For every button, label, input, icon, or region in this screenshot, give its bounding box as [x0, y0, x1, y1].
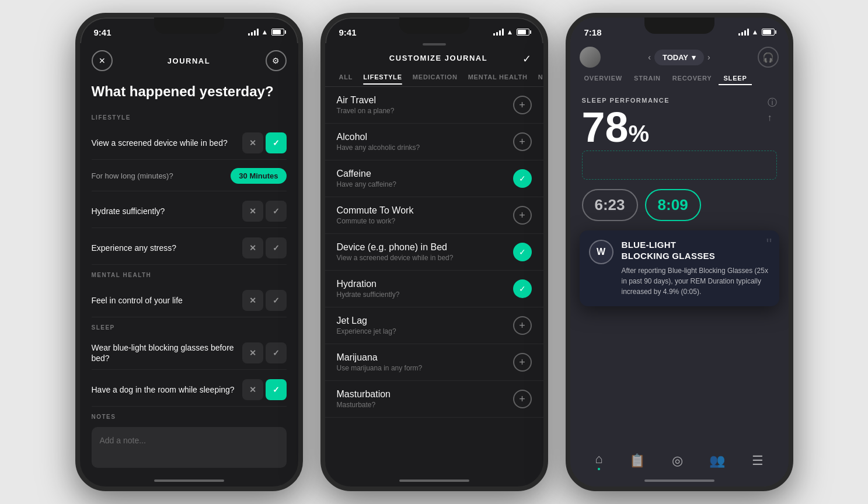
item-text-control: Feel in control of your life	[92, 295, 242, 306]
toggle-no-stress[interactable]: ✕	[242, 237, 263, 258]
toggle-no-button[interactable]: ✕	[242, 132, 263, 153]
list-item-masturbation: Masturbation Masturbate? +	[325, 381, 543, 418]
journal-header: ✕ JOURNAL ⚙	[80, 43, 298, 78]
toggle-yes-glasses[interactable]: ✓	[266, 342, 287, 363]
chevron-down-icon: ▾	[692, 53, 696, 62]
close-button[interactable]: ✕	[92, 50, 113, 71]
sleep-perf-title: SLEEP PERFORMANCE	[582, 97, 670, 104]
sleep-right-icons: ⓘ ↑	[768, 97, 777, 123]
sleep-score: 78%	[582, 106, 670, 148]
info-icon[interactable]: ⓘ	[768, 97, 777, 109]
nav-coach[interactable]: 👥	[709, 453, 725, 468]
section-sleep: SLEEP	[92, 324, 287, 331]
toggle-yes-control[interactable]: ✓	[266, 290, 287, 311]
wifi-icon-2: ▲	[507, 28, 514, 36]
toggle-yes-hydrate[interactable]: ✓	[266, 201, 287, 222]
toggle-no-glasses[interactable]: ✕	[242, 342, 263, 363]
sleep-tabs: OVERVIEW STRAIN RECOVERY SLEEP	[570, 72, 789, 85]
add-air-travel-button[interactable]: +	[513, 96, 532, 114]
nav-camera[interactable]: ◎	[672, 453, 683, 468]
nav-home[interactable]: ⌂	[595, 452, 602, 470]
home-icon: ⌂	[595, 452, 602, 467]
battery-icon-3	[762, 29, 775, 36]
add-jetlag-button[interactable]: +	[513, 316, 532, 335]
item-desc-jetlag: Experience jet lag?	[337, 327, 396, 335]
toggle-yes-stress[interactable]: ✓	[266, 237, 287, 258]
tab-strain[interactable]: STRAIN	[629, 72, 665, 85]
section-lifestyle: LIFESTYLE	[92, 114, 287, 121]
signal-icon-2	[493, 29, 504, 36]
item-text-dog: Have a dog in the room while sleeping?	[92, 384, 242, 395]
tab-lifestyle[interactable]: LIFESTYLE	[358, 70, 406, 84]
tab-nu[interactable]: NU	[534, 70, 543, 84]
list-item-alcohol: Alcohol Have any alcoholic drinks? +	[325, 124, 543, 160]
prev-arrow[interactable]: ‹	[648, 52, 651, 62]
nav-menu[interactable]: ☰	[752, 453, 764, 468]
list-item-jetlag: Jet Lag Experience jet lag? +	[325, 307, 543, 344]
status-time-1: 9:41	[94, 27, 111, 37]
headphone-button[interactable]: 🎧	[758, 47, 779, 68]
home-indicator-3	[644, 480, 714, 482]
list-item-caffeine: Caffeine Have any caffeine? ✓	[325, 160, 543, 197]
item-desc-alcohol: Have any alcoholic drinks?	[337, 144, 420, 152]
phone-journal: 9:41 ▲ ✕ JOURNAL ⚙ What happened yesterd…	[75, 13, 303, 491]
duration-label: For how long (minutes)?	[92, 172, 173, 180]
item-name-masturbation: Masturbation	[337, 389, 391, 400]
item-desc-masturbation: Masturbate?	[337, 401, 391, 409]
tab-recovery[interactable]: RECOVERY	[668, 72, 717, 85]
list-item-device: Device (e.g. phone) in Bed View a screen…	[325, 234, 543, 271]
add-alcohol-button[interactable]: +	[513, 132, 532, 151]
journal-item-hydrate: Hydrate sufficiently? ✕ ✓	[92, 195, 287, 228]
status-bar-1: 9:41 ▲	[80, 18, 298, 43]
added-caffeine-button[interactable]: ✓	[513, 169, 532, 188]
next-arrow[interactable]: ›	[707, 52, 710, 62]
tab-all[interactable]: ALL	[334, 70, 358, 84]
sleep-perf-header: SLEEP PERFORMANCE 78% ⓘ ↑	[582, 97, 777, 150]
sleep-left: SLEEP PERFORMANCE 78%	[582, 97, 670, 150]
tab-sleep[interactable]: SLEEP	[719, 72, 751, 85]
duration-value[interactable]: 30 Minutes	[231, 168, 286, 184]
toggle-no-hydrate[interactable]: ✕	[242, 201, 263, 222]
sleep-content: SLEEP PERFORMANCE 78% ⓘ ↑ 6:23 8:09	[570, 92, 789, 311]
sleep-score-percent: %	[629, 121, 650, 146]
notes-area[interactable]: Add a note...	[92, 427, 287, 468]
toggle-no-control[interactable]: ✕	[242, 290, 263, 311]
confirm-button[interactable]: ✓	[522, 52, 531, 65]
toggle-no-dog[interactable]: ✕	[242, 379, 263, 400]
today-button[interactable]: TODAY ▾	[654, 50, 704, 65]
status-time-3: 7:18	[584, 27, 602, 37]
settings-button[interactable]: ⚙	[266, 50, 287, 71]
status-bar-2: 9:41 ▲	[325, 18, 543, 43]
share-icon[interactable]: ↑	[768, 113, 777, 123]
whoop-badge: W	[589, 240, 613, 264]
added-device-button[interactable]: ✓	[513, 243, 532, 261]
time-pills: 6:23 8:09	[582, 189, 777, 221]
item-text-hydrate: Hydrate sufficiently?	[92, 206, 242, 216]
nav-journal[interactable]: 📋	[629, 453, 645, 468]
toggle-yes-button[interactable]: ✓	[266, 132, 287, 153]
sleep-screen: ‹ TODAY ▾ › 🎧 OVERVIEW STRAIN RECOVERY S…	[570, 43, 789, 487]
tooltip-card: " W BLUE-LIGHTBLOCKING GLASSES After rep…	[580, 230, 779, 306]
add-marijuana-button[interactable]: +	[513, 353, 532, 372]
scroll-indicator	[423, 43, 446, 46]
signal-icon-3	[738, 29, 749, 36]
list-item-hydration: Hydration Hydrate sufficiently? ✓	[325, 271, 543, 307]
item-name-caffeine: Caffeine	[337, 169, 397, 179]
tab-medication[interactable]: MEDICATION	[408, 70, 462, 84]
toggle-yes-dog[interactable]: ✓	[266, 379, 287, 400]
menu-icon: ☰	[752, 453, 764, 468]
toggle-group-stress: ✕ ✓	[242, 237, 287, 258]
tab-mental-health[interactable]: MENTAL HEALTH	[463, 70, 532, 84]
add-commute-button[interactable]: +	[513, 206, 532, 225]
customize-header-row: CUSTOMIZE JOURNAL ✓	[325, 50, 543, 68]
tab-bar: ALL LIFESTYLE MEDICATION MENTAL HEALTH N…	[325, 68, 543, 87]
avatar[interactable]	[580, 47, 601, 68]
added-hydration-button[interactable]: ✓	[513, 279, 532, 298]
journal-item-glasses: Wear blue-light blocking glasses before …	[92, 337, 287, 370]
section-notes: NOTES	[92, 414, 287, 420]
notes-placeholder: Add a note...	[100, 436, 146, 445]
add-masturbation-button[interactable]: +	[513, 390, 532, 408]
battery-icon-1	[271, 29, 284, 36]
item-name-air-travel: Air Travel	[337, 95, 395, 106]
tab-overview[interactable]: OVERVIEW	[580, 72, 628, 85]
